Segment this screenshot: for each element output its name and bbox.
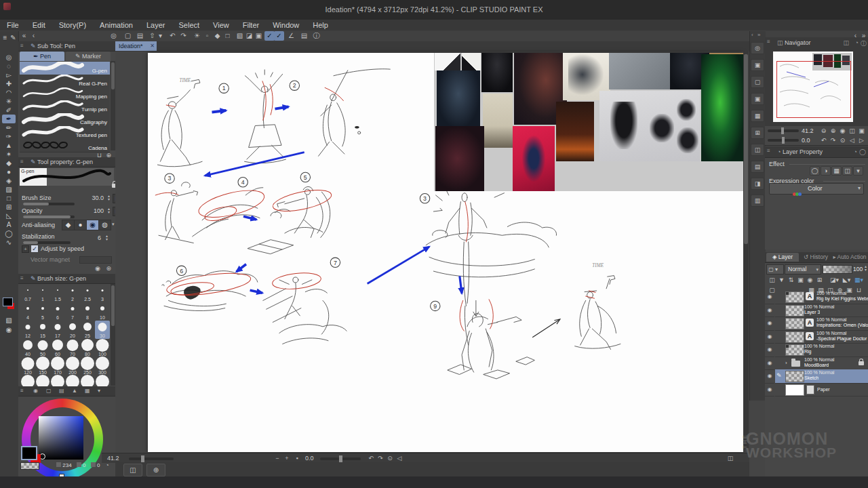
ruler-caret-icon[interactable]: ◣▾: [842, 276, 851, 284]
menu-view[interactable]: View: [206, 20, 236, 30]
brush-size-1.5[interactable]: 1.5: [50, 284, 65, 302]
adjust-expand-icon[interactable]: +: [22, 245, 29, 253]
brush-size-30[interactable]: 30: [95, 321, 110, 339]
brush-calligraphy[interactable]: Calligraphy: [20, 113, 110, 127]
menu-animation[interactable]: Animation: [93, 20, 140, 30]
layer-row-spectral-plague-doctor-has-w[interactable]: A100 % Normal-Spectral Plague Doctor -Ha…: [775, 330, 868, 344]
canvas-1-icon[interactable]: ▣: [751, 59, 764, 71]
brush-size-200[interactable]: 200: [65, 357, 80, 375]
zoom-tool[interactable]: ◎: [2, 53, 16, 62]
brush-size-80[interactable]: 80: [80, 339, 95, 357]
snap-ruler-icon[interactable]: ✓: [264, 31, 275, 41]
brush-size-8[interactable]: 8: [80, 302, 95, 321]
layer-visibility-icon[interactable]: ◉: [765, 304, 774, 318]
opacity-slider[interactable]: [23, 216, 75, 218]
brush-size-250[interactable]: 250: [80, 357, 95, 375]
keep-alpha-icon[interactable]: ▼: [777, 276, 786, 284]
snap-grid-icon[interactable]: ∠: [286, 31, 296, 41]
panel-menu-icon[interactable]: ≡: [20, 159, 24, 165]
aa-weak-icon[interactable]: ●: [74, 220, 87, 230]
reset-rotation-icon[interactable]: ⊙: [385, 455, 395, 462]
decoration-tool[interactable]: ✶: [2, 150, 16, 159]
brush-size-1[interactable]: 1: [35, 284, 50, 302]
menu-select[interactable]: Select: [172, 20, 207, 30]
nav-rotate-right-icon[interactable]: ↷: [829, 136, 837, 144]
layer-row-layer-3[interactable]: 100 % NormalLayer 3: [775, 304, 868, 318]
layer-visibility-icon[interactable]: ◉: [765, 369, 774, 384]
brush-size-20[interactable]: 20: [65, 321, 80, 339]
pen-tool[interactable]: ✒: [2, 115, 16, 123]
register-initial-icon[interactable]: ◉: [95, 265, 100, 272]
brush-size-12[interactable]: 12: [20, 321, 35, 339]
library-icon[interactable]: ▤: [751, 161, 764, 173]
effect-caret-icon[interactable]: ▾: [853, 166, 863, 176]
brush-size-10[interactable]: 10: [95, 302, 110, 321]
brush-size-300[interactable]: 300: [95, 357, 110, 375]
palette-color-icon[interactable]: ▦▾: [854, 276, 863, 284]
menu-help[interactable]: Help: [306, 20, 335, 30]
layer-thumb-size-dropdown[interactable]: ▢ ▾: [766, 264, 784, 274]
brush-textured-pen[interactable]: Textured pen: [20, 126, 110, 140]
strip-back-icon[interactable]: ‹: [751, 32, 753, 38]
info-tab-icon[interactable]: ⓘ: [861, 39, 867, 48]
two-pane-icon[interactable]: ⇅: [787, 276, 795, 284]
collapse-panel-icon[interactable]: «: [19, 31, 29, 41]
menu-filter[interactable]: Filter: [236, 20, 266, 30]
color-slider-icon[interactable]: ▤: [59, 388, 64, 394]
panel-menu-icon[interactable]: ≡: [20, 275, 24, 281]
nav-100-icon[interactable]: ◉: [838, 127, 847, 135]
effect-layer-color-icon[interactable]: ◫: [842, 166, 852, 176]
close-tab-icon[interactable]: ✕: [150, 41, 155, 51]
effect-border-icon[interactable]: ◯: [810, 166, 820, 176]
brush-size-scrollbar[interactable]: [111, 284, 115, 386]
navigator-viewport[interactable]: [765, 48, 868, 126]
status-rotation-slider[interactable]: [320, 458, 361, 460]
zoom-fit-icon[interactable]: ▪: [292, 455, 302, 462]
menu-storyp[interactable]: Story(P): [52, 20, 93, 30]
tool-color-chips[interactable]: [2, 297, 17, 312]
aa-none-icon[interactable]: ◆: [62, 220, 75, 230]
layer-opacity-value[interactable]: 100: [853, 266, 863, 272]
selection-border-icon[interactable]: ▣: [254, 31, 264, 41]
rotate-canvas-tool[interactable]: ◌: [2, 62, 16, 70]
brush-size-15[interactable]: 15: [35, 321, 50, 339]
export-caret-icon[interactable]: ▾: [155, 31, 165, 41]
lock-alpha-icon[interactable]: ⊞: [815, 276, 824, 284]
pencil-tool[interactable]: ✏: [2, 123, 16, 132]
brush-size-5[interactable]: 5: [35, 302, 50, 321]
fill-icon[interactable]: ▫: [202, 31, 212, 41]
status-zoom-slider[interactable]: [129, 458, 174, 460]
expression-color-dropdown[interactable]: Color ▾: [769, 183, 864, 195]
document-tab[interactable]: Ideation* ✕: [115, 41, 157, 51]
eyedropper-tool[interactable]: ✐: [2, 106, 16, 115]
move-tool[interactable]: ✚: [2, 79, 16, 88]
reference-layer-icon[interactable]: ▣: [796, 276, 805, 284]
transform-icon[interactable]: □: [222, 31, 233, 41]
nav-flip-h-icon[interactable]: ◁: [848, 136, 856, 144]
tab-pen[interactable]: ✒ Pen: [20, 52, 64, 61]
layer-row-rig[interactable]: 100 % NormalRig: [775, 343, 868, 357]
effect-tone-icon[interactable]: ◑: [821, 166, 831, 176]
balloon-tool[interactable]: ◯: [2, 229, 16, 238]
layer-row-paper[interactable]: Paper: [775, 383, 868, 397]
layer-visibility-icon[interactable]: ◉: [765, 330, 774, 344]
brush-size-2.5[interactable]: 2.5: [80, 284, 95, 302]
brush-turnip-pen[interactable]: Turnip pen: [20, 100, 110, 114]
rotate-left-icon[interactable]: ↶: [366, 455, 376, 462]
layer-visibility-icon[interactable]: ◉: [765, 317, 774, 331]
sv-square[interactable]: [39, 416, 83, 460]
brush-tool[interactable]: ✑: [2, 132, 16, 141]
undo-icon[interactable]: ↶: [167, 31, 178, 41]
current-tool-pen-icon[interactable]: ✎: [9, 33, 17, 42]
effect-extract-icon[interactable]: ▦: [831, 166, 842, 176]
frame-border-tool[interactable]: ⊞: [2, 203, 16, 211]
reference-icon[interactable]: ▤: [299, 31, 309, 41]
strip-expand-icon[interactable]: »: [757, 32, 760, 38]
tab-history[interactable]: ↺ History: [800, 253, 831, 262]
eraser-tool[interactable]: ◆: [2, 159, 16, 167]
color-set-icon[interactable]: ▢: [46, 388, 52, 394]
selection-tool[interactable]: ◠: [2, 88, 16, 97]
zoom-out-icon[interactable]: −: [273, 455, 282, 462]
stabilization-slider[interactable]: [23, 241, 71, 244]
half-icon[interactable]: ◨: [751, 178, 764, 190]
